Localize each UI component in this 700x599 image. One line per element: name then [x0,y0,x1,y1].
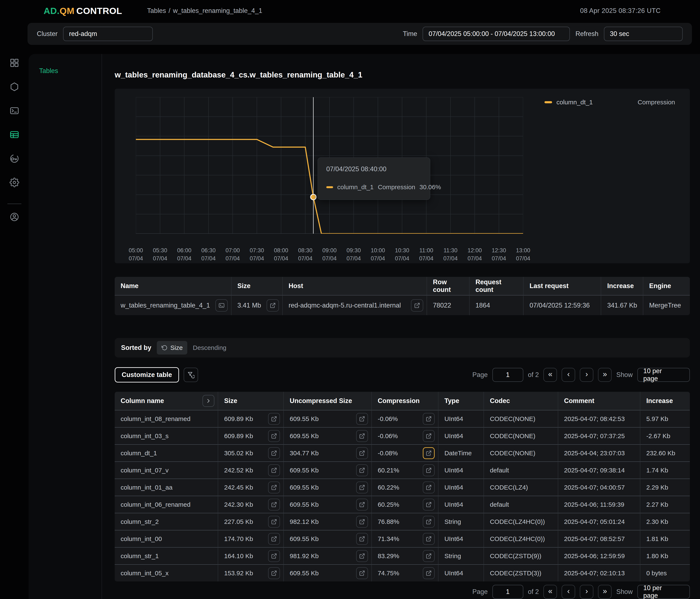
external-link-icon [359,570,365,576]
page-number-input[interactable] [493,368,523,382]
app-logo[interactable]: AD.QMCONTROL [27,4,122,18]
open-compression-metric-button[interactable] [423,516,435,528]
customize-table-button[interactable]: Customize table [115,367,179,382]
breadcrumb-root[interactable]: Tables [147,7,166,15]
next-page-button[interactable]: › [580,368,593,382]
open-host-button[interactable] [411,299,423,311]
first-page-button[interactable]: « [543,368,557,382]
sidebar-item-tables[interactable] [9,130,19,140]
breadcrumb-separator: / [169,7,171,15]
open-size-metric-button[interactable] [268,430,280,442]
expand-column-button[interactable] [202,395,215,407]
open-uncompressed-metric-button[interactable] [356,413,368,425]
cell-type: UInt64 [439,427,484,444]
refresh-select[interactable]: 30 sec [604,27,683,41]
cell-comment: 2025-04-07; 05:01:24 [558,513,641,530]
legend-series-name[interactable]: column_dt_1 [556,99,593,106]
sidebar-item-settings[interactable] [9,178,19,187]
col-header-comment[interactable]: Comment [558,392,641,410]
cell-column-name: column_int_00 [115,530,218,547]
open-compression-metric-button[interactable] [423,481,435,493]
open-uncompressed-metric-button[interactable] [356,516,368,528]
cell-column-name: column_str_2 [115,513,218,530]
cell-uncompressed-size: 609.55 Kb [284,496,372,513]
cell-increase: -2.67 Kb [640,427,690,444]
page-number-input[interactable] [493,585,523,599]
col-header-codec[interactable]: Codec [484,392,558,410]
time-range-select[interactable]: 07/04/2025 05:00:00 - 07/04/2025 13:00:0… [423,27,570,41]
sidebar-item-tables-link[interactable]: Tables [39,67,102,75]
open-compression-metric-button[interactable] [423,550,435,562]
open-uncompressed-metric-button[interactable] [356,533,368,545]
last-page-button[interactable]: » [598,585,611,599]
prev-page-button[interactable]: ‹ [561,585,575,599]
moon-icon[interactable] [682,6,691,16]
open-uncompressed-metric-button[interactable] [356,430,368,442]
sidebar-item-keys[interactable] [9,154,19,164]
cell-increase: 0 bytes [640,564,690,581]
cell-size: 227.05 Kb [218,513,284,530]
sun-icon[interactable] [667,6,676,16]
cell-size: 242.45 Kb [218,479,284,496]
cell-size: 174.70 Kb [218,530,284,547]
col-header-size[interactable]: Size [218,392,284,410]
open-size-metric-button[interactable] [268,567,280,579]
cell-increase: 2.29 Kb [640,479,690,496]
sidebar-item-services[interactable] [9,82,19,92]
sort-field-chip[interactable]: Size [157,341,187,354]
summary-header-requestcount: Request count [470,277,524,295]
trash-icon[interactable] [530,98,539,106]
open-compression-metric-button[interactable] [423,413,435,425]
cell-comment: 2025-04-07; 07:37:25 [558,427,641,444]
open-compression-metric-button[interactable] [423,465,435,476]
last-page-button[interactable]: » [598,368,611,382]
open-size-metric-button[interactable] [268,465,280,476]
sidebar-divider [7,204,21,204]
next-page-button[interactable]: › [580,585,593,599]
col-header-uncompressed[interactable]: Uncompressed Size [284,392,372,410]
open-size-metric-button[interactable] [268,499,280,510]
cell-compression: -0.06% [372,427,439,444]
open-uncompressed-metric-button[interactable] [356,499,368,510]
open-size-metric-button[interactable] [268,550,280,562]
open-console-button[interactable] [216,299,228,311]
topbar-right: 08 Apr 2025 08:37:26 UTC [580,6,691,16]
open-size-metric-button[interactable] [268,447,280,459]
col-header-compression[interactable]: Compression [372,392,439,410]
open-uncompressed-metric-button[interactable] [356,447,368,459]
open-size-metric-button[interactable] [268,533,280,545]
cell-compression: -0.08% [372,444,439,461]
prev-page-button[interactable]: ‹ [561,368,575,382]
summary-header-increase: Increase [601,277,643,295]
cell-codec: CODEC(NONE) [484,427,558,444]
open-compression-metric-button[interactable] [423,533,435,545]
first-page-button[interactable]: « [543,585,557,599]
open-size-metric-button[interactable] [268,481,280,493]
open-compression-metric-button[interactable] [423,567,435,579]
cell-increase: 2.27 Kb [640,496,690,513]
open-size-metric-button[interactable] [268,516,280,528]
reset-filters-button[interactable] [184,368,198,382]
cluster-select[interactable]: red-adqm [63,27,153,41]
x-tick-label: 11:0007/04 [412,246,440,263]
cell-column-name: column_int_03_s [115,427,218,444]
open-size-metric-button[interactable] [268,413,280,425]
open-uncompressed-metric-button[interactable] [356,481,368,493]
open-uncompressed-metric-button[interactable] [356,567,368,579]
sidebar-item-console[interactable] [9,106,19,116]
open-uncompressed-metric-button[interactable] [356,465,368,476]
col-header-type[interactable]: Type [439,392,484,410]
per-page-select[interactable]: 10 per page [638,368,690,382]
open-compression-metric-button[interactable] [423,447,435,459]
open-uncompressed-metric-button[interactable] [356,550,368,562]
external-link-icon [414,302,420,308]
sidebar-item-profile[interactable] [9,212,19,222]
col-header-increase[interactable]: Increase [640,392,690,410]
per-page-select[interactable]: 10 per page [638,585,690,599]
cell-increase: 1.80 Kb [640,547,690,564]
open-compression-metric-button[interactable] [423,430,435,442]
open-size-chart-button[interactable] [267,299,279,311]
sidebar-item-dashboard[interactable] [9,58,19,68]
external-link-icon [271,570,277,576]
open-compression-metric-button[interactable] [423,499,435,510]
